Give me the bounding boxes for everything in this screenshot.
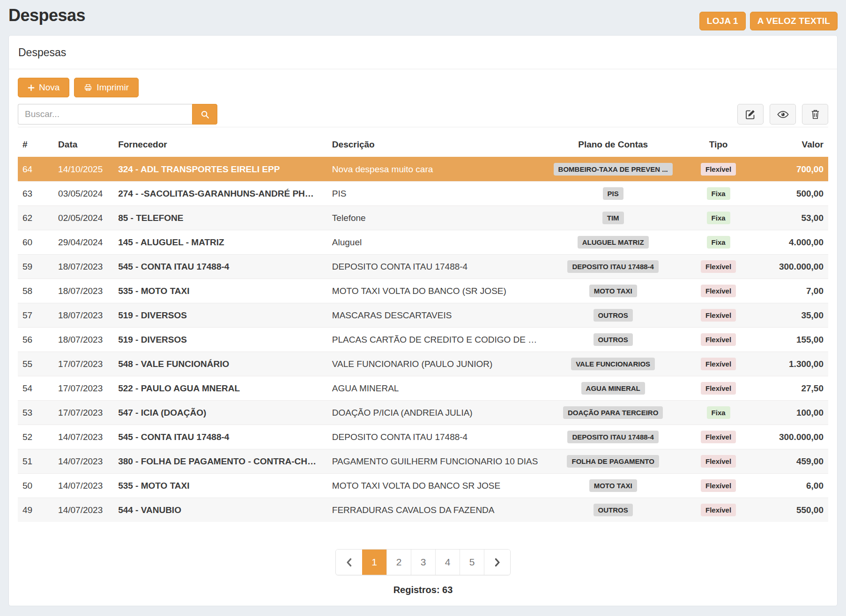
cell-plan: OUTROS: [547, 303, 679, 328]
cell-supplier: 535 - MOTO TAXI: [113, 279, 327, 303]
delete-button[interactable]: [802, 104, 828, 125]
table-header: # Data Fornecedor Descrição Plano de Con…: [18, 127, 828, 157]
cell-num: 52: [18, 425, 53, 449]
search-input[interactable]: [18, 104, 192, 125]
search-icon: [200, 110, 209, 119]
plan-badge: PIS: [603, 187, 623, 200]
column-header-plan: Plano de Contas: [547, 127, 679, 157]
cell-date: 18/07/2023: [53, 328, 113, 352]
type-badge: Fixa: [707, 187, 730, 200]
table-row[interactable]: 51 14/07/2023 380 - FOLHA DE PAGAMENTO -…: [18, 449, 828, 474]
type-badge: Flexível: [701, 358, 736, 370]
cell-supplier: 519 - DIVERSOS: [113, 328, 327, 352]
cell-type: Flexível: [679, 279, 758, 303]
cell-date: 18/07/2023: [53, 255, 113, 279]
edit-button[interactable]: [737, 104, 764, 125]
cell-supplier: 324 - ADL TRANSPORTES EIRELI EPP: [113, 157, 327, 182]
cell-description: Aluguel: [327, 230, 547, 255]
type-badge: Flexível: [701, 163, 736, 176]
table-row[interactable]: 55 17/07/2023 548 - VALE FUNCIONÁRIO VAL…: [18, 352, 828, 376]
table-row[interactable]: 50 14/07/2023 535 - MOTO TAXI MOTO TAXI …: [18, 474, 828, 498]
cell-num: 54: [18, 376, 53, 401]
cell-supplier: 544 - VANUBIO: [113, 498, 327, 522]
plan-badge: OUTROS: [594, 504, 633, 516]
cell-plan: VALE FUNCIONARIOS: [547, 352, 679, 376]
cell-type: Flexível: [679, 352, 758, 376]
cell-num: 50: [18, 474, 53, 498]
type-badge: Flexível: [701, 455, 736, 468]
top-buttons: LOJA 1 A VELOZ TEXTIL: [699, 6, 838, 30]
search-row: [18, 104, 828, 125]
column-header-description: Descrição: [327, 127, 547, 157]
cell-type: Fixa: [679, 206, 758, 230]
cell-date: 14/07/2023: [53, 498, 113, 522]
cell-plan: MOTO TAXI: [547, 279, 679, 303]
table-row[interactable]: 54 17/07/2023 522 - PAULO AGUA MNERAL AG…: [18, 376, 828, 401]
cell-description: MASCARAS DESCARTAVEIS: [327, 303, 547, 328]
cell-type: Fixa: [679, 230, 758, 255]
imprimir-button-label: Imprimir: [96, 82, 129, 93]
cell-num: 62: [18, 206, 53, 230]
table-row[interactable]: 56 18/07/2023 519 - DIVERSOS PLACAS CART…: [18, 328, 828, 352]
cell-type: Flexível: [679, 376, 758, 401]
pagination-page-4[interactable]: 4: [435, 550, 460, 575]
cell-date: 18/07/2023: [53, 279, 113, 303]
pagination-page-3[interactable]: 3: [411, 550, 435, 575]
cell-date: 18/07/2023: [53, 303, 113, 328]
table-row[interactable]: 60 29/04/2024 145 - ALUGUEL - MATRIZ Alu…: [18, 230, 828, 255]
table-row[interactable]: 57 18/07/2023 519 - DIVERSOS MASCARAS DE…: [18, 303, 828, 328]
table-row[interactable]: 53 17/07/2023 547 - ICIA (DOAÇÃO) DOAÇÃO…: [18, 401, 828, 425]
cell-plan: FOLHA DE PAGAMENTO: [547, 449, 679, 474]
row-action-buttons: [737, 104, 828, 125]
cell-plan: ALUGUEL MATRIZ: [547, 230, 679, 255]
search-button[interactable]: [192, 104, 217, 125]
pagination-prev[interactable]: [336, 550, 362, 575]
cell-type: Flexível: [679, 157, 758, 182]
cell-supplier: 274 - -SACOLITAS-GARANHUNS-ANDRÉ PH…: [113, 182, 327, 206]
company-button[interactable]: A VELOZ TEXTIL: [750, 12, 838, 30]
cell-date: 17/07/2023: [53, 376, 113, 401]
plan-badge: BOMBEIRO-TAXA DE PREVEN ...: [554, 163, 673, 176]
cell-value: 300.000,00: [757, 425, 828, 449]
cell-type: Flexível: [679, 328, 758, 352]
cell-plan: BOMBEIRO-TAXA DE PREVEN ...: [547, 157, 679, 182]
plan-badge: OUTROS: [594, 333, 633, 346]
table-row[interactable]: 64 14/10/2025 324 - ADL TRANSPORTES EIRE…: [18, 157, 828, 182]
cell-supplier: 380 - FOLHA DE PAGAMENTO - CONTRA-CH…: [113, 449, 327, 474]
table-row[interactable]: 63 03/05/2024 274 - -SACOLITAS-GARANHUNS…: [18, 182, 828, 206]
card-title: Despesas: [9, 36, 837, 69]
cell-description: PLACAS CARTÃO DE CREDITO E CODIGO DE DEF…: [327, 328, 547, 352]
cell-value: 300.000,00: [757, 255, 828, 279]
nova-button[interactable]: Nova: [18, 78, 69, 97]
cell-date: 03/05/2024: [53, 182, 113, 206]
pagination-page-2[interactable]: 2: [386, 550, 411, 575]
type-badge: Flexível: [701, 260, 736, 273]
pagination-next[interactable]: [484, 550, 510, 575]
plan-badge: DOAÇÃO PARA TERCEIRO: [563, 406, 663, 419]
view-button[interactable]: [770, 104, 796, 125]
imprimir-button[interactable]: Imprimir: [74, 78, 139, 97]
cell-value: 27,50: [757, 376, 828, 401]
cell-description: VALE FUNCIONARIO (PAULO JUNIOR): [327, 352, 547, 376]
type-badge: Flexível: [701, 333, 736, 346]
plus-icon: [28, 84, 35, 91]
table-row[interactable]: 62 02/05/2024 85 - TELEFONE Telefone TIM…: [18, 206, 828, 230]
column-header-num: #: [18, 127, 53, 157]
expenses-card: Despesas Nova Imprimir: [8, 35, 838, 606]
cell-value: 550,00: [757, 498, 828, 522]
pagination-page-5[interactable]: 5: [460, 550, 484, 575]
cell-num: 55: [18, 352, 53, 376]
plan-badge: DEPOSITO ITAU 17488-4: [567, 260, 659, 273]
table-row[interactable]: 49 14/07/2023 544 - VANUBIO FERRADURAS C…: [18, 498, 828, 522]
cell-value: 155,00: [757, 328, 828, 352]
pagination: 12345: [335, 549, 511, 575]
table-row[interactable]: 59 18/07/2023 545 - CONTA ITAU 17488-4 D…: [18, 255, 828, 279]
records-count: Registros: 63: [18, 585, 828, 595]
table-row[interactable]: 52 14/07/2023 545 - CONTA ITAU 17488-4 D…: [18, 425, 828, 449]
cell-description: Telefone: [327, 206, 547, 230]
pagination-wrap: 12345: [18, 549, 828, 575]
plan-badge: DEPOSITO ITAU 17488-4: [567, 431, 659, 443]
table-row[interactable]: 58 18/07/2023 535 - MOTO TAXI MOTO TAXI …: [18, 279, 828, 303]
store-button[interactable]: LOJA 1: [699, 12, 746, 30]
pagination-page-1[interactable]: 1: [362, 550, 386, 575]
